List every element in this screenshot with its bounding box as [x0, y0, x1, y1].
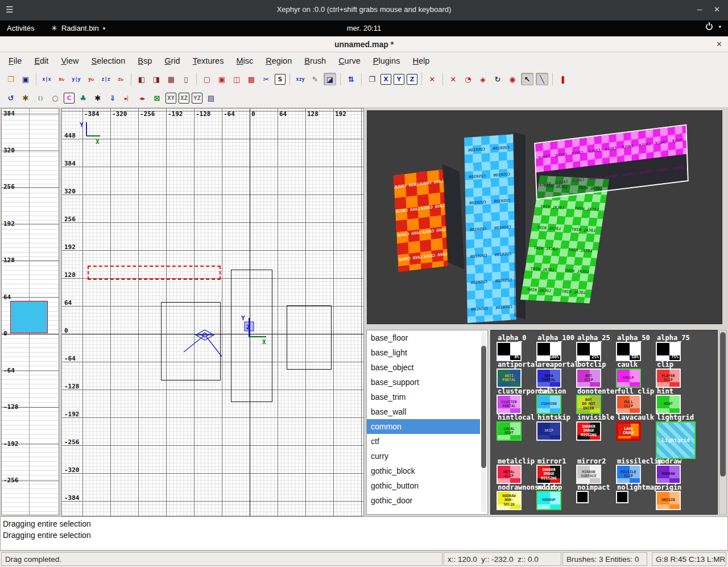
- surface-inspector-icon[interactable]: S: [275, 74, 286, 85]
- texture-thumb-clip[interactable]: PLAYER CLIP: [656, 369, 681, 388]
- document-close-icon[interactable]: ✕: [716, 40, 722, 48]
- texture-thumb-alpha_75[interactable]: 75%: [656, 342, 681, 361]
- xy-grid-view[interactable]: Y X Y Z X -384-320-256-192-128-640641281…: [61, 108, 364, 516]
- z-axis-view[interactable]: 384320256192128640-64-128-192-256: [1, 108, 59, 515]
- csg-subtract-icon[interactable]: ◧: [135, 73, 148, 85]
- texture-thumb-areaportal[interactable]: AREA PORTAL: [536, 369, 561, 388]
- flip-z-icon[interactable]: z|z: [100, 73, 112, 85]
- scrollbar-thumb[interactable]: [481, 346, 486, 468]
- menu-brush[interactable]: Brush: [298, 54, 332, 68]
- flip-x-icon[interactable]: x|x: [40, 73, 53, 85]
- rotate-x-icon[interactable]: x↻: [55, 73, 68, 85]
- hollow-icon[interactable]: ▦: [165, 73, 177, 85]
- no-select-models-icon[interactable]: ❚: [557, 73, 569, 85]
- menu-bsp[interactable]: Bsp: [131, 54, 158, 68]
- select-partial-tall-icon[interactable]: ▩: [245, 73, 258, 85]
- texture-thumb-hint[interactable]: HINT: [656, 395, 681, 414]
- texture-lock-icon[interactable]: ◪: [324, 73, 336, 85]
- menu-grid[interactable]: Grid: [158, 54, 186, 68]
- flip-y-icon[interactable]: y|y: [70, 73, 82, 85]
- texture-thumb-mirror2[interactable]: MIRROR SURFACE: [576, 465, 601, 484]
- texture-view-mode-icon[interactable]: ✎: [309, 73, 321, 85]
- texture-thumb-metalclip[interactable]: METAL CLIP: [497, 465, 522, 484]
- fit-xz-icon[interactable]: XZ: [179, 93, 189, 104]
- floating-windows-icon[interactable]: ❐: [366, 73, 378, 85]
- texture-dir-gothic_button[interactable]: gothic_button: [367, 478, 480, 493]
- texture-thumb-lavacaulk[interactable]: LAVA CAULK: [616, 421, 641, 441]
- texture-thumb-nodrawnonsolid[interactable]: NODRAW NON- SOLID: [497, 491, 522, 510]
- rotate-z-icon[interactable]: z↻: [114, 73, 127, 85]
- texture-dir-ctf[interactable]: ctf: [367, 434, 480, 449]
- show-z-axis-icon[interactable]: Z: [407, 74, 417, 85]
- entity-rotate-icon[interactable]: ↺: [5, 92, 17, 105]
- texture-dir-base_object[interactable]: base_object: [367, 360, 480, 375]
- texture-thumb-full_clip[interactable]: FULL CLIP: [616, 395, 641, 414]
- brush-outline[interactable]: [287, 305, 332, 370]
- menu-selection[interactable]: Selection: [85, 54, 132, 68]
- cone-icon[interactable]: ✱: [92, 92, 104, 105]
- show-x-axis-icon[interactable]: X: [380, 74, 391, 85]
- hide-models-icon[interactable]: ✕: [426, 73, 439, 85]
- rotate-view-icon[interactable]: ↻: [491, 73, 504, 85]
- fit-xy-icon[interactable]: XY: [166, 93, 176, 104]
- texture-thumb-botclip[interactable]: BOT CLIP: [576, 369, 601, 388]
- open-file-icon[interactable]: ❐: [5, 73, 17, 85]
- clipper-icon[interactable]: ✂: [260, 73, 272, 85]
- close-button[interactable]: ✕: [714, 5, 720, 14]
- texture-thumb-hintlocal[interactable]: LOCAL HINT: [497, 421, 522, 441]
- refresh-references-icon[interactable]: ⇅: [345, 73, 357, 85]
- rotate-y-icon[interactable]: y↻: [85, 73, 97, 85]
- cubic-clip-clock-icon[interactable]: ◔: [462, 73, 474, 85]
- paint-select-icon[interactable]: ◉: [506, 73, 519, 85]
- texture-palette[interactable]: alpha_00%alpha_100100%alpha_2525%alpha_5…: [490, 330, 718, 515]
- end-cap-icon[interactable]: C: [64, 93, 75, 104]
- clock-label[interactable]: mer. 20:11: [0, 24, 728, 32]
- menu-file[interactable]: File: [2, 54, 28, 68]
- brush-outline[interactable]: [231, 270, 272, 402]
- naturalize-icon[interactable]: ⊠: [151, 92, 163, 105]
- camera-3d-view[interactable]: LAVA CAULKLAVA CAULKLAVA CAULKLAVA CAULK…: [367, 110, 722, 324]
- texture-dir-common[interactable]: common: [367, 419, 480, 434]
- brush3d-caulk-selected[interactable]: CAULKCAULKCAULKCAULKCAULKCAULKCAULKCAULK…: [534, 124, 688, 200]
- texture-dir-gothic_block[interactable]: gothic_block: [367, 463, 480, 478]
- scale-mode-icon[interactable]: ╲: [536, 73, 548, 85]
- csg-merge-icon[interactable]: ◨: [150, 73, 163, 85]
- cylinder-icon[interactable]: ○: [49, 92, 61, 105]
- texture-dir-gothic_door[interactable]: gothic_door: [367, 493, 480, 508]
- texture-dir-curry[interactable]: curry: [367, 449, 480, 463]
- texture-thumb-cushion[interactable]: CUSHION: [536, 395, 561, 414]
- texture-thumb-clusterportal[interactable]: CLUSTER PORTAL: [497, 395, 522, 414]
- minimize-button[interactable]: –: [697, 4, 702, 14]
- menu-edit[interactable]: Edit: [28, 54, 55, 68]
- texture-thumb-donotenter[interactable]: BOT DO NOT ENTER: [576, 395, 601, 414]
- system-menu-button[interactable]: ▾: [706, 23, 721, 30]
- texture-dir-base_trim[interactable]: base_trim: [367, 390, 480, 404]
- curve-brackets-icon[interactable]: (): [34, 92, 47, 105]
- menu-textures[interactable]: Textures: [187, 54, 230, 68]
- menu-region[interactable]: Region: [259, 54, 298, 68]
- make-room-icon[interactable]: ▯: [180, 73, 192, 85]
- texture-dir-base_support[interactable]: base_support: [367, 375, 480, 390]
- menu-curve[interactable]: Curve: [332, 54, 367, 68]
- texture-directory-list[interactable]: base_floorbase_lightbase_objectbase_supp…: [366, 330, 488, 515]
- texture-thumb-nolightmap[interactable]: [616, 491, 628, 503]
- split-column-icon[interactable]: ◀▶: [136, 92, 148, 105]
- menu-help[interactable]: Help: [406, 54, 436, 68]
- texture-dir-base_wall[interactable]: base_wall: [367, 404, 480, 419]
- save-file-icon[interactable]: ▣: [19, 73, 32, 85]
- texture-thumb-caulk[interactable]: CAULK: [616, 369, 641, 388]
- menu-view[interactable]: View: [55, 54, 85, 68]
- texture-thumb-nodrop[interactable]: NODROP: [536, 491, 561, 510]
- select-complete-tall-icon[interactable]: ◫: [230, 73, 243, 85]
- bevel-icon[interactable]: ♣: [77, 92, 89, 105]
- brush3d-lavacaulk[interactable]: LAVA CAULKLAVA CAULKLAVA CAULKLAVA CAULK…: [396, 168, 475, 273]
- cubic-clip-icon[interactable]: ✕: [447, 73, 460, 85]
- selected-brush-outline[interactable]: [88, 266, 221, 280]
- menu-misc[interactable]: Misc: [230, 54, 259, 68]
- texture-thumb-missileclip[interactable]: MISSILE CLIP: [616, 465, 641, 484]
- entity-list-icon[interactable]: ▤: [205, 92, 217, 105]
- cap-selection-icon[interactable]: ▶▏: [121, 92, 134, 105]
- change-views-icon[interactable]: xzy: [294, 73, 307, 85]
- scrollbar-thumb[interactable]: [720, 332, 726, 477]
- texture-thumb-origin[interactable]: ORIGIN: [656, 491, 681, 510]
